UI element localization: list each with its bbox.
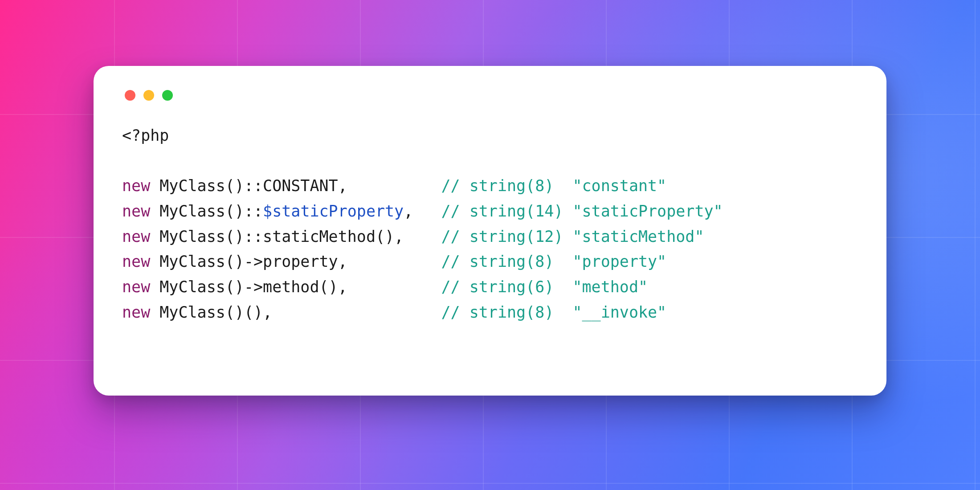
code-token: new bbox=[122, 177, 159, 195]
code-token: MyClass()->method(), bbox=[159, 278, 347, 296]
code-token: MyClass()::CONSTANT, bbox=[159, 177, 347, 195]
code-token: MyClass()(), bbox=[159, 303, 272, 321]
code-window: <?php new MyClass()::CONSTANT, // string… bbox=[94, 66, 886, 396]
code-token: MyClass():: bbox=[159, 202, 263, 220]
php-open-tag: <?php bbox=[122, 127, 169, 144]
code-comment: // string(8) "constant" bbox=[441, 177, 666, 195]
code-token: $staticProperty bbox=[263, 202, 404, 220]
code-comment: // string(12) "staticMethod" bbox=[441, 228, 704, 245]
window-traffic-lights bbox=[125, 90, 858, 101]
minimize-icon bbox=[143, 90, 154, 101]
code-comment: // string(8) "property" bbox=[441, 253, 666, 270]
code-token: MyClass()->property, bbox=[159, 253, 347, 270]
close-icon bbox=[125, 90, 135, 101]
code-comment: // string(6) "method" bbox=[441, 278, 648, 296]
code-comment: // string(14) "staticProperty" bbox=[441, 202, 723, 220]
code-block: <?php new MyClass()::CONSTANT, // string… bbox=[122, 123, 858, 325]
code-token: new bbox=[122, 303, 159, 321]
code-token: new bbox=[122, 202, 159, 220]
code-token: MyClass()::staticMethod(), bbox=[159, 228, 404, 245]
code-token: new bbox=[122, 278, 159, 296]
code-token: new bbox=[122, 228, 159, 245]
code-token: , bbox=[404, 202, 413, 220]
maximize-icon bbox=[162, 90, 173, 101]
code-comment: // string(8) "__invoke" bbox=[441, 303, 666, 321]
code-token: new bbox=[122, 253, 159, 270]
